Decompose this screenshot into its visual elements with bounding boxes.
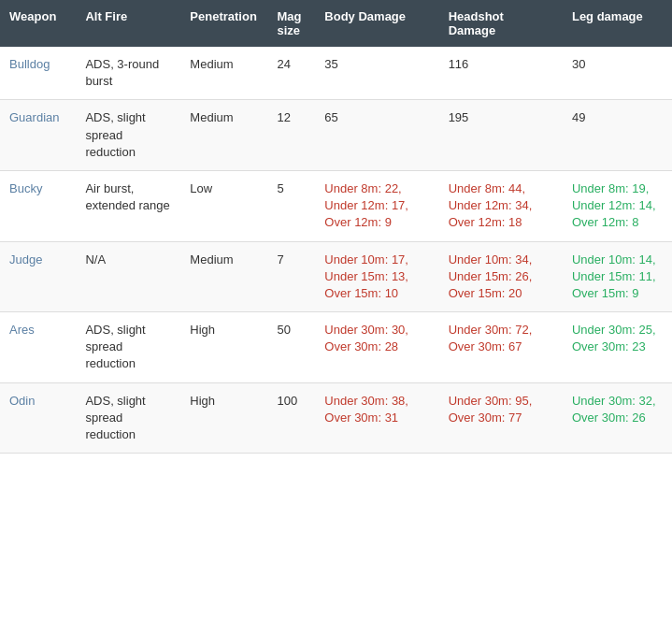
header-mag: Mag size — [267, 0, 315, 47]
header-weapon: Weapon — [0, 0, 76, 47]
weapon-name: Bulldog — [9, 57, 50, 71]
cell-body-damage: Under 30m: 38, Over 30m: 31 — [315, 382, 438, 454]
cell-altfire: Air burst, extended range — [76, 170, 180, 241]
cell-headshot-damage: Under 8m: 44, Under 12m: 34, Over 12m: 1… — [439, 170, 563, 241]
cell-mag: 50 — [267, 312, 315, 383]
table-row: GuardianADS, slight spread reductionMedi… — [0, 100, 672, 171]
cell-weapon: Ares — [0, 312, 76, 383]
cell-altfire: N/A — [76, 241, 180, 312]
table-row: OdinADS, slight spread reductionHigh100U… — [0, 382, 672, 454]
cell-leg-damage: Under 30m: 25, Over 30m: 23 — [563, 312, 672, 383]
cell-leg-damage: Under 30m: 32, Over 30m: 26 — [563, 382, 672, 454]
cell-mag: 7 — [267, 241, 315, 312]
weapon-name: Bucky — [9, 181, 42, 195]
cell-body-damage: 65 — [315, 100, 438, 171]
table-row: BulldogADS, 3-round burstMedium243511630 — [0, 47, 672, 100]
table-row: AresADS, slight spread reductionHigh50Un… — [0, 312, 672, 383]
cell-headshot-damage: Under 10m: 34, Under 15m: 26, Over 15m: … — [439, 241, 563, 312]
cell-penetration: Low — [180, 170, 267, 241]
cell-altfire: ADS, slight spread reduction — [76, 100, 180, 171]
header-body-damage: Body Damage — [315, 0, 438, 47]
body-damage-value: Under 30m: 38, Over 30m: 31 — [324, 394, 408, 425]
header-penetration: Penetration — [180, 0, 267, 47]
header-leg-damage: Leg damage — [563, 0, 672, 47]
headshot-damage-value: Under 10m: 34, Under 15m: 26, Over 15m: … — [449, 252, 533, 300]
weapons-table: Weapon Alt Fire Penetration Mag size Bod… — [0, 0, 672, 454]
cell-body-damage: Under 10m: 17, Under 15m: 13, Over 15m: … — [315, 241, 438, 312]
cell-altfire: ADS, slight spread reduction — [76, 382, 180, 454]
weapon-name: Odin — [9, 394, 35, 408]
cell-mag: 5 — [267, 170, 315, 241]
cell-mag: 100 — [267, 382, 315, 454]
cell-altfire: ADS, slight spread reduction — [76, 312, 180, 383]
cell-headshot-damage: Under 30m: 95, Over 30m: 77 — [439, 382, 563, 454]
header-headshot-damage: Headshot Damage — [439, 0, 563, 47]
cell-headshot-damage: 195 — [439, 100, 563, 171]
leg-damage-value: Under 8m: 19, Under 12m: 14, Over 12m: 8 — [572, 181, 656, 229]
weapon-name: Ares — [9, 323, 35, 337]
cell-body-damage: 35 — [315, 47, 438, 100]
cell-leg-damage: 49 — [563, 100, 672, 171]
cell-leg-damage: Under 10m: 14, Under 15m: 11, Over 15m: … — [563, 241, 672, 312]
weapon-name: Guardian — [9, 110, 59, 124]
header-altfire: Alt Fire — [76, 0, 180, 47]
table-row: JudgeN/AMedium7Under 10m: 17, Under 15m:… — [0, 241, 672, 312]
cell-weapon: Bucky — [0, 170, 76, 241]
cell-penetration: High — [180, 382, 267, 454]
cell-weapon: Odin — [0, 382, 76, 454]
body-damage-value: Under 8m: 22, Under 12m: 17, Over 12m: 9 — [324, 181, 408, 229]
cell-altfire: ADS, 3-round burst — [76, 47, 180, 100]
body-damage-value: Under 30m: 30, Over 30m: 28 — [324, 323, 408, 353]
headshot-damage-value: Under 8m: 44, Under 12m: 34, Over 12m: 1… — [449, 181, 533, 229]
weapon-name: Judge — [9, 252, 42, 267]
body-damage-value: Under 10m: 17, Under 15m: 13, Over 15m: … — [324, 252, 408, 300]
cell-penetration: High — [180, 312, 267, 383]
cell-weapon: Guardian — [0, 100, 76, 171]
cell-body-damage: Under 30m: 30, Over 30m: 28 — [315, 312, 438, 383]
cell-body-damage: Under 8m: 22, Under 12m: 17, Over 12m: 9 — [315, 170, 438, 241]
headshot-damage-value: Under 30m: 72, Over 30m: 67 — [449, 323, 533, 353]
leg-damage-value: Under 10m: 14, Under 15m: 11, Over 15m: … — [572, 252, 656, 300]
cell-leg-damage: 30 — [563, 47, 672, 100]
cell-weapon: Judge — [0, 241, 76, 312]
leg-damage-value: Under 30m: 25, Over 30m: 23 — [572, 323, 656, 353]
leg-damage-value: Under 30m: 32, Over 30m: 26 — [572, 394, 656, 425]
cell-headshot-damage: 116 — [439, 47, 563, 100]
cell-leg-damage: Under 8m: 19, Under 12m: 14, Over 12m: 8 — [563, 170, 672, 241]
cell-mag: 24 — [267, 47, 315, 100]
headshot-damage-value: Under 30m: 95, Over 30m: 77 — [449, 394, 533, 425]
cell-mag: 12 — [267, 100, 315, 171]
cell-headshot-damage: Under 30m: 72, Over 30m: 67 — [439, 312, 563, 383]
cell-weapon: Bulldog — [0, 47, 76, 100]
cell-penetration: Medium — [180, 100, 267, 171]
cell-penetration: Medium — [180, 241, 267, 312]
table-row: BuckyAir burst, extended rangeLow5Under … — [0, 170, 672, 241]
cell-penetration: Medium — [180, 47, 267, 100]
